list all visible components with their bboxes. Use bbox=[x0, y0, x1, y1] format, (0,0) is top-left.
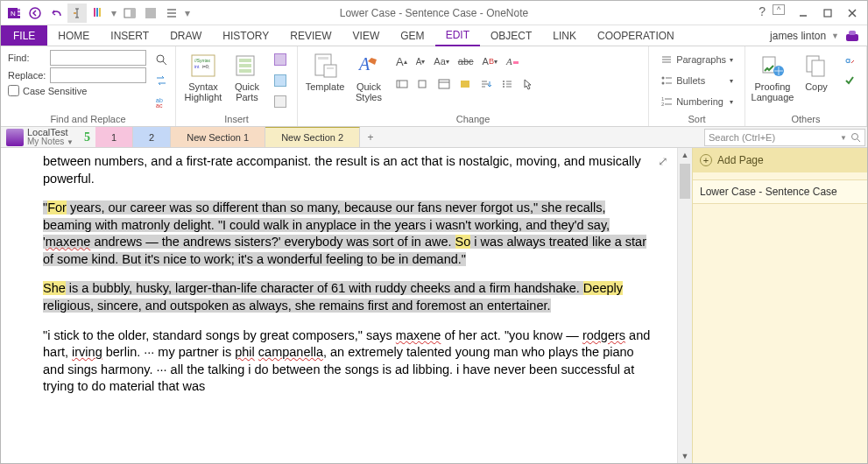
help-icon[interactable]: ? bbox=[759, 4, 766, 22]
svg-rect-34 bbox=[397, 81, 407, 88]
page-list-item[interactable]: Lower Case - Sentence Case bbox=[693, 179, 867, 204]
copy-button[interactable]: Copy bbox=[796, 50, 836, 94]
sort-lines-icon[interactable] bbox=[476, 74, 496, 94]
svg-rect-10 bbox=[131, 9, 135, 18]
superscript-icon[interactable]: AB▾ bbox=[479, 52, 501, 71]
back-icon[interactable] bbox=[25, 4, 45, 23]
close-button[interactable] bbox=[841, 4, 864, 22]
notebook-dropdown[interactable]: LocalTest My Notes ▼ bbox=[1, 127, 79, 147]
scroll-thumb[interactable] bbox=[680, 164, 690, 199]
bullets-button[interactable]: Bullets▾ bbox=[656, 71, 737, 90]
search-icon[interactable] bbox=[850, 132, 861, 143]
tab-cooperation[interactable]: COOPERATION bbox=[587, 25, 685, 46]
svg-rect-11 bbox=[145, 8, 156, 18]
maximize-button[interactable] bbox=[816, 4, 839, 22]
svg-point-5 bbox=[30, 8, 40, 18]
tab-insert[interactable]: INSERT bbox=[100, 25, 159, 46]
undo-icon[interactable] bbox=[46, 4, 66, 23]
onenote-icon[interactable]: N bbox=[4, 4, 24, 23]
field-icon[interactable] bbox=[392, 74, 412, 94]
case-sensitive-checkbox[interactable] bbox=[8, 85, 19, 96]
shading-icon[interactable] bbox=[455, 74, 475, 94]
content-area: ⤢ between numbers, and a first-rate acco… bbox=[1, 148, 867, 463]
insert-small-2[interactable] bbox=[271, 71, 290, 90]
tab-draw[interactable]: DRAW bbox=[159, 25, 212, 46]
search-scope-icon[interactable]: ▼ bbox=[840, 134, 847, 142]
select-icon[interactable] bbox=[519, 74, 538, 94]
cursor-text-icon[interactable] bbox=[67, 4, 87, 23]
strikethrough-icon[interactable]: abc bbox=[455, 52, 477, 71]
fullpage-icon[interactable] bbox=[141, 4, 160, 23]
quick-styles-button[interactable]: A Quick Styles bbox=[349, 50, 389, 104]
highlighter-icon[interactable] bbox=[88, 4, 108, 23]
vertical-scrollbar[interactable]: ▲ ▼ bbox=[677, 148, 692, 463]
qat-more-icon[interactable]: ▾ bbox=[183, 4, 192, 23]
svg-point-44 bbox=[662, 82, 665, 85]
ribbon-tab-strip: FILE HOME INSERT DRAW HISTORY REVIEW VIE… bbox=[1, 25, 867, 46]
replace-input[interactable] bbox=[50, 67, 146, 83]
numbering-button[interactable]: 12Numbering▾ bbox=[656, 92, 737, 111]
section-tab-new1[interactable]: New Section 1 bbox=[171, 127, 265, 147]
change-case-icon[interactable]: Aa▾ bbox=[430, 52, 452, 71]
page-canvas[interactable]: ⤢ between numbers, and a first-rate acco… bbox=[1, 148, 677, 463]
file-tab[interactable]: FILE bbox=[1, 25, 47, 46]
svg-rect-8 bbox=[99, 8, 101, 17]
tab-history[interactable]: HISTORY bbox=[212, 25, 279, 46]
svg-rect-7 bbox=[96, 8, 98, 17]
grow-font-icon[interactable]: A▴ bbox=[392, 52, 411, 71]
template-button[interactable]: Template bbox=[305, 50, 345, 94]
others-small-2[interactable] bbox=[840, 71, 859, 90]
minimize-button[interactable] bbox=[792, 4, 815, 22]
svg-text:A: A bbox=[357, 54, 370, 74]
tab-review[interactable]: REVIEW bbox=[279, 25, 342, 46]
clear-format-icon[interactable]: A bbox=[503, 52, 523, 71]
dock-icon[interactable] bbox=[120, 4, 139, 23]
user-dropdown-icon[interactable]: ▼ bbox=[831, 32, 839, 40]
quick-parts-button[interactable]: Quick Parts bbox=[227, 50, 267, 104]
svg-rect-26 bbox=[239, 64, 251, 67]
section-tab-1[interactable]: 1 bbox=[95, 127, 133, 147]
list-convert-icon[interactable] bbox=[498, 74, 517, 94]
qat-dropdown-icon[interactable]: ▾ bbox=[109, 4, 118, 23]
scroll-up-icon[interactable]: ▲ bbox=[678, 148, 692, 162]
find-input[interactable] bbox=[50, 50, 146, 66]
tab-gem[interactable]: GEM bbox=[390, 25, 434, 46]
expand-icon[interactable]: ⤢ bbox=[658, 153, 668, 170]
section-tab-new2[interactable]: New Section 2 bbox=[265, 127, 360, 147]
plus-icon: + bbox=[700, 154, 712, 166]
sync-badge[interactable]: 5 bbox=[84, 130, 90, 144]
sections-bar: LocalTest My Notes ▼ 5 1 2 New Section 1… bbox=[1, 127, 867, 148]
scroll-down-icon[interactable]: ▼ bbox=[678, 449, 692, 463]
list-icon[interactable] bbox=[162, 4, 181, 23]
insert-small-1[interactable] bbox=[271, 50, 290, 69]
paragraphs-button[interactable]: Paragraphs▾ bbox=[656, 50, 737, 69]
add-section-button[interactable]: + bbox=[360, 127, 381, 147]
section-tab-2[interactable]: 2 bbox=[133, 127, 171, 147]
replace-one-icon[interactable] bbox=[152, 71, 171, 90]
user-name[interactable]: james linton bbox=[770, 30, 826, 42]
share-icon[interactable] bbox=[844, 29, 860, 43]
ribbon: Find: Replace: Case Sensitive abac Find … bbox=[1, 46, 867, 127]
uncheck-icon[interactable] bbox=[413, 74, 433, 94]
replace-all-icon[interactable]: abac bbox=[152, 92, 171, 111]
others-small-1[interactable]: ɑ bbox=[840, 50, 859, 69]
search-input[interactable]: Search (Ctrl+E) ▼ bbox=[704, 129, 865, 146]
tab-view[interactable]: VIEW bbox=[342, 25, 391, 46]
shrink-font-icon[interactable]: A▾ bbox=[413, 52, 429, 71]
syntax-highlight-button[interactable]: //Syntaxinti=0; Syntax Highlight bbox=[183, 50, 223, 104]
paragraph-4: "i stick to the older, standard songs by… bbox=[43, 327, 656, 396]
find-next-icon[interactable] bbox=[152, 50, 171, 69]
svg-rect-15 bbox=[849, 31, 856, 35]
tab-object[interactable]: OBJECT bbox=[480, 25, 542, 46]
add-page-button[interactable]: + Add Page bbox=[693, 148, 867, 172]
proofing-language-button[interactable]: Proofing Language bbox=[752, 50, 793, 104]
insert-small-3[interactable] bbox=[271, 92, 290, 111]
ribbon-collapse-icon[interactable]: ^ bbox=[773, 4, 785, 15]
svg-rect-33 bbox=[513, 61, 519, 64]
group-label-fr: Find and Replace bbox=[8, 112, 168, 124]
tab-edit[interactable]: EDIT bbox=[435, 25, 480, 46]
svg-point-42 bbox=[503, 86, 505, 88]
box-icon[interactable] bbox=[434, 74, 454, 94]
tab-home[interactable]: HOME bbox=[47, 25, 100, 46]
tab-link[interactable]: LINK bbox=[542, 25, 587, 46]
